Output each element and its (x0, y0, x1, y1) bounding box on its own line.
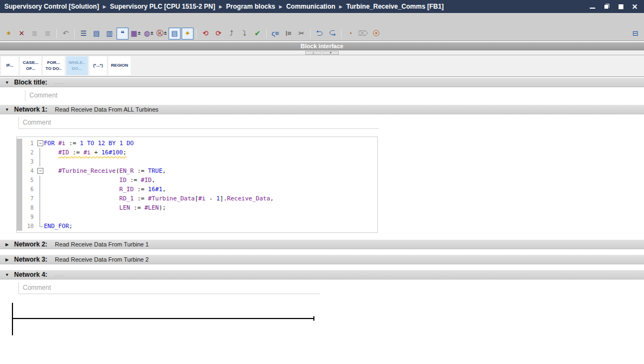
split-editor-space-icon[interactable]: ⊟ (629, 28, 641, 40)
bookmark-next-icon[interactable]: ⮎ (326, 28, 338, 40)
token-pl: := (134, 186, 149, 193)
splitter-expand-down-button[interactable]: ▼ (323, 51, 339, 55)
network-4-header[interactable]: ▼Network 4:..... (0, 270, 644, 280)
fav-region-label: REGION (111, 63, 128, 68)
network-title-toggle-icon[interactable]: ▤ (169, 28, 181, 40)
toolbar-separator (196, 29, 197, 38)
toolbar-separator (74, 29, 75, 38)
splitter-expand-up-button[interactable]: ▲ (305, 51, 321, 55)
set-operand-icon[interactable]: ς≡ (269, 28, 281, 40)
fav-case-of[interactable]: CASE...OF... (20, 56, 41, 75)
token-num: 12 (98, 140, 105, 147)
toolbar-separator (341, 29, 342, 38)
expand-triangle-icon[interactable]: ▶ (0, 242, 14, 247)
consistency-check-icon[interactable]: ✔ (252, 28, 263, 40)
code-gutter (17, 212, 22, 222)
comments-toggle-icon[interactable]: ❝ (117, 28, 128, 40)
network-1-comment-field[interactable]: Comment (18, 117, 379, 129)
block-comment-field[interactable]: Comment (25, 90, 644, 101)
fav-if[interactable]: IF... (1, 56, 18, 75)
code-gutter (17, 222, 22, 231)
delete-network-icon[interactable]: ✕ (16, 28, 28, 40)
fav-region[interactable]: REGION (108, 56, 131, 75)
code-line: 9 (17, 212, 377, 222)
sync-block-calls-icon[interactable]: ⤵ (239, 28, 250, 40)
fav-comment[interactable]: (*...*) (89, 56, 107, 75)
bookmark-previous-glyph: ⮌ (316, 30, 323, 37)
line-number: 5 (22, 177, 36, 183)
close-button[interactable]: ✕ (631, 3, 639, 10)
breadcrumb-item[interactable]: Supervisory Control [Solution] (4, 3, 99, 10)
insert-network-icon[interactable]: ✶ (3, 28, 15, 40)
token-kw: TO (87, 140, 94, 147)
network-1-title[interactable]: Read Receive Data From ALL Turbines (55, 106, 158, 113)
token-pl: ; (69, 223, 73, 230)
breadcrumb-item[interactable]: Communication (286, 3, 336, 10)
update-block-calls-icon[interactable]: ⤴ (226, 28, 237, 40)
fold-marker-icon (36, 176, 44, 185)
token-var: #ID (141, 177, 152, 184)
collapse-triangle-icon[interactable]: ▼ (0, 80, 14, 85)
block-interface-splitter[interactable]: Block interface (0, 42, 644, 50)
token-par: LEN (119, 204, 130, 211)
breadcrumb-item[interactable]: Turbine_Receive_Comms [FB1] (346, 3, 444, 10)
close-icon: ✕ (632, 3, 638, 10)
network-3-title[interactable]: Read Receive Data From Turbine 2 (55, 256, 149, 263)
line-number: 8 (22, 205, 36, 211)
network-4-title[interactable]: ..... (55, 272, 65, 277)
token-pl (44, 177, 119, 184)
splitter-row: ▲ ▼ (0, 50, 644, 55)
fold-marker-icon[interactable] (36, 139, 44, 148)
favorites-toggle-glyph: ✦ (185, 30, 191, 37)
lad-network-canvas[interactable] (0, 297, 644, 364)
token-num: 1 (216, 195, 220, 202)
delete-row-icon[interactable]: ≣ (42, 28, 54, 40)
breadcrumb-item[interactable]: Supervisory PLC [CPU 1515-2 PN] (110, 3, 215, 10)
favorites-toggle-icon[interactable]: ✦ (182, 28, 194, 40)
fold-marker-icon[interactable] (36, 166, 44, 176)
rung-line (12, 318, 314, 319)
collapse-triangle-icon[interactable]: ▼ (0, 107, 14, 112)
token-pl: := (126, 177, 141, 184)
breadcrumb-item[interactable]: Program blocks (226, 3, 275, 10)
fav-for-to-do[interactable]: FOR...TO DO.. (43, 56, 65, 75)
network-1-header[interactable]: ▼Network 1:Read Receive Data From ALL Tu… (0, 105, 644, 114)
collapse-triangle-icon[interactable]: ▼ (0, 272, 14, 277)
comment-representation-icon[interactable]: ◍± (143, 28, 154, 40)
fav-case-of-label: CASE... (23, 60, 38, 66)
code-text: ID := #ID, (44, 177, 155, 184)
block-title-placeholder[interactable]: ..... (55, 80, 65, 85)
reset-start-values-icon[interactable]: ↶ (60, 28, 72, 40)
minimize-button[interactable] (589, 3, 596, 10)
insert-line-icon[interactable]: I≡ (282, 28, 294, 40)
network-3-label: Network 3: (14, 256, 47, 263)
absolute-operands-icon[interactable]: ☰ (78, 28, 89, 40)
snapshot-icon[interactable]: ⌦ (357, 28, 369, 40)
code-gutter (17, 185, 22, 194)
expand-triangle-icon[interactable]: ▶ (0, 257, 14, 262)
goto-previous-error-icon[interactable]: ⟲ (199, 28, 211, 40)
goto-next-error-icon[interactable]: ⟳ (212, 28, 224, 40)
fav-while-do[interactable]: WHILE..DO... (66, 56, 88, 75)
fold-marker-icon (36, 157, 44, 166)
expand-networks-icon[interactable]: ▤ (91, 28, 102, 40)
restore-button[interactable] (603, 3, 610, 10)
insert-row-icon[interactable]: ≣ (29, 28, 41, 40)
network-4-comment-field[interactable]: Comment (18, 282, 320, 294)
monitor-representation-icon[interactable]: ▦± (130, 28, 141, 40)
operand-representation-icon[interactable]: Ⓚ± (156, 28, 168, 40)
token-kw: END_FOR (44, 223, 69, 230)
block-title-row[interactable]: ▼ Block title: ..... (0, 77, 644, 87)
bookmark-previous-icon[interactable]: ⮌ (313, 28, 325, 40)
delete-line-icon[interactable]: ✂ (295, 28, 307, 40)
collapse-networks-icon[interactable]: ▥ (104, 28, 115, 40)
call-structure-icon[interactable]: ◔ (344, 28, 356, 40)
block-protection-icon[interactable]: 🖸 (370, 28, 382, 40)
scl-code-editor[interactable]: 1FOR #i := 1 TO 12 BY 1 DO2 #ID := #i + … (16, 136, 378, 233)
token-var: #i (59, 140, 66, 147)
network-2-header[interactable]: ▶Network 2:Read Receive Data From Turbin… (0, 239, 644, 249)
maximize-button[interactable] (617, 3, 624, 10)
network-3-header[interactable]: ▶Network 3:Read Receive Data From Turbin… (0, 255, 644, 264)
network-2-title[interactable]: Read Receive Data From Turbine 1 (55, 241, 149, 248)
minimize-icon (590, 8, 595, 9)
